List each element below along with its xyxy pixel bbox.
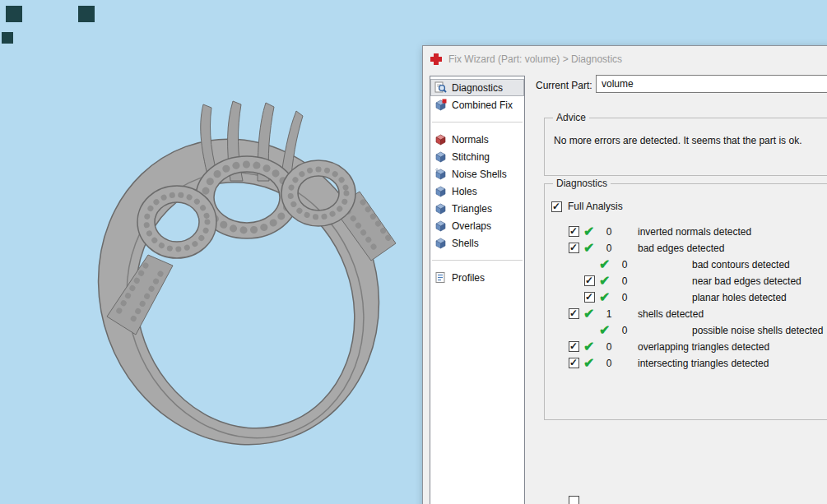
row-label: bad contours detected xyxy=(692,259,790,270)
row-checkbox[interactable] xyxy=(569,243,579,253)
green-check-icon xyxy=(583,356,594,371)
cube-icon xyxy=(434,237,447,249)
diagnostic-row-near-bad-edges: 0 near bad edges detected xyxy=(545,273,827,289)
green-check-icon xyxy=(583,340,594,354)
green-check-icon xyxy=(583,241,594,256)
row-count: 0 xyxy=(602,226,616,238)
cube-icon xyxy=(434,185,447,197)
green-check-icon xyxy=(583,224,594,239)
row-checkbox[interactable] xyxy=(569,308,579,319)
row-checkbox[interactable] xyxy=(569,226,579,237)
diagnostics-group-title: Diagnostics xyxy=(553,178,611,189)
toolbar-icon-fragment[interactable] xyxy=(6,6,22,22)
row-label: bad edges detected xyxy=(638,243,724,254)
nav-item-label: Normals xyxy=(452,134,489,146)
diagnostic-row-bad-edges: 0 bad edges detected xyxy=(545,240,827,257)
magnifier-page-icon xyxy=(434,81,447,94)
ring-3d-model[interactable] xyxy=(45,70,432,456)
bottom-cutoff-checkbox[interactable] xyxy=(569,496,579,504)
nav-item-stitching[interactable]: Stitching xyxy=(430,148,524,165)
advice-group-title: Advice xyxy=(553,112,589,123)
row-label: near bad edges detected xyxy=(692,275,801,287)
row-label: intersecting triangles detected xyxy=(638,358,769,369)
nav-item-overlaps[interactable]: Overlaps xyxy=(430,217,524,234)
diagnostic-row-intersecting-triangles: 0 intersecting triangles detected xyxy=(545,355,827,372)
row-count: 0 xyxy=(618,259,631,270)
row-count: 0 xyxy=(602,358,616,369)
nav-item-label: Overlaps xyxy=(452,220,491,232)
row-label: shells detected xyxy=(638,308,704,320)
diagnostics-groupbox: Diagnostics Full Analysis 0 inverted nor… xyxy=(544,183,827,420)
green-check-icon xyxy=(599,274,610,289)
green-check-icon xyxy=(583,307,594,321)
row-label: overlapping triangles detected xyxy=(638,341,769,353)
dialog-titlebar[interactable]: Fix Wizard (Part: volume) > Diagnostics xyxy=(423,46,827,72)
cube-icon xyxy=(434,202,447,215)
diagnostic-row-bad-contours: 0 bad contours detected xyxy=(545,257,827,273)
green-check-icon xyxy=(599,290,610,305)
diagnostics-rows: 0 inverted normals detected 0 bad edges … xyxy=(545,224,827,372)
nav-item-label: Stitching xyxy=(452,151,490,163)
green-check-icon xyxy=(599,257,610,272)
red-cross-logo-icon xyxy=(430,53,442,65)
cube-icon xyxy=(434,150,447,163)
diagnostic-row-overlapping-triangles: 0 overlapping triangles detected xyxy=(545,339,827,355)
row-label: possible noise shells detected xyxy=(692,325,823,336)
row-count: 0 xyxy=(602,243,616,254)
nav-item-noise-shells[interactable]: Noise Shells xyxy=(430,165,524,183)
dialog-title: Fix Wizard (Part: volume) > Diagnostics xyxy=(448,53,622,65)
row-label: planar holes detected xyxy=(692,292,787,303)
diagnostic-row-inverted-normals: 0 inverted normals detected xyxy=(545,224,827,240)
row-checkbox[interactable] xyxy=(569,358,579,368)
full-analysis-checkbox[interactable] xyxy=(551,201,562,212)
nav-item-diagnostics[interactable]: Diagnostics xyxy=(430,79,524,96)
row-checkbox[interactable] xyxy=(569,341,579,352)
profiles-page-icon xyxy=(434,271,447,284)
cube-icon xyxy=(434,99,447,111)
nav-item-label: Noise Shells xyxy=(452,169,507,180)
row-count: 0 xyxy=(618,275,631,287)
nav-divider xyxy=(432,122,523,123)
cube-icon xyxy=(434,220,447,232)
row-count: 0 xyxy=(602,341,616,353)
nav-item-triangles[interactable]: Triangles xyxy=(430,200,524,217)
nav-item-label: Holes xyxy=(452,186,477,197)
nav-item-normals[interactable]: Normals xyxy=(430,131,524,148)
row-checkbox[interactable] xyxy=(584,292,595,303)
nav-item-label: Shells xyxy=(452,238,479,249)
toolbar-icon-fragment[interactable] xyxy=(2,32,13,44)
current-part-label: Current Part: xyxy=(536,80,592,91)
nav-item-label: Diagnostics xyxy=(452,82,503,94)
fix-wizard-nav-list: Diagnostics Combined Fix Normals xyxy=(430,76,525,504)
nav-divider xyxy=(432,260,523,261)
cube-icon xyxy=(434,168,447,180)
full-analysis-label: Full Analysis xyxy=(568,201,623,212)
row-count: 1 xyxy=(602,308,616,320)
nav-item-label: Profiles xyxy=(452,272,485,284)
row-count: 0 xyxy=(618,292,631,303)
application-screen: Fix Wizard (Part: volume) > Diagnostics … xyxy=(0,0,827,504)
nav-item-label: Combined Fix xyxy=(452,99,513,111)
red-cube-icon xyxy=(434,133,447,146)
diagnostic-row-possible-noise-shells: 0 possible noise shells detected xyxy=(545,322,827,339)
nav-item-holes[interactable]: Holes xyxy=(430,183,524,200)
row-checkbox[interactable] xyxy=(584,275,595,286)
nav-item-profiles[interactable]: Profiles xyxy=(430,269,524,286)
advice-groupbox: Advice No more errors are detected. It s… xyxy=(544,118,827,176)
nav-item-label: Triangles xyxy=(452,203,492,215)
diagnostic-row-shells: 1 shells detected xyxy=(545,306,827,322)
fix-wizard-dialog: Fix Wizard (Part: volume) > Diagnostics … xyxy=(422,45,827,504)
nav-item-combined-fix[interactable]: Combined Fix xyxy=(430,96,524,113)
toolbar-icon-fragment[interactable] xyxy=(78,6,95,22)
row-label: inverted normals detected xyxy=(638,226,751,238)
diagnostic-row-planar-holes: 0 planar holes detected xyxy=(545,289,827,306)
advice-text: No more errors are detected. It seems th… xyxy=(554,135,827,147)
nav-item-shells[interactable]: Shells xyxy=(430,234,524,252)
green-check-icon xyxy=(599,323,610,338)
current-part-input[interactable] xyxy=(596,75,827,93)
row-count: 0 xyxy=(618,325,631,336)
